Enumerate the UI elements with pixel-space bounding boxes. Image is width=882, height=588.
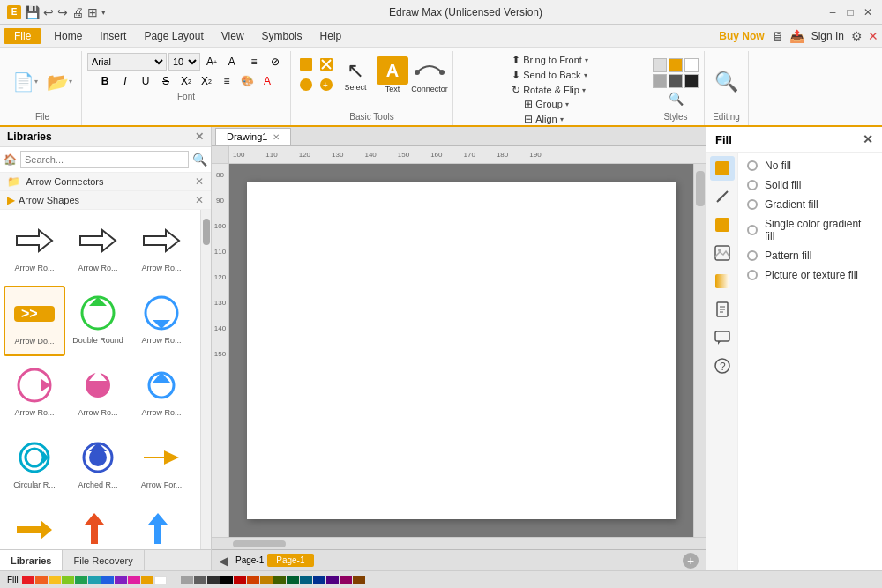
v-scroll-thumb[interactable] — [696, 171, 705, 206]
arrow-connectors-section[interactable]: 📁 Arrow Connectors ✕ — [0, 173, 211, 191]
color-swatch-orange[interactable] — [35, 576, 48, 584]
styles-search-icon[interactable]: 🔍 — [669, 92, 684, 106]
color-swatch-darkyellow[interactable] — [260, 576, 273, 584]
nav-left-icon[interactable]: ◀ — [219, 554, 228, 568]
shape-circle-btn[interactable] — [296, 75, 316, 94]
toolbar-icon-2[interactable]: 📤 — [789, 29, 804, 43]
fill-solid-icon-btn[interactable] — [710, 212, 735, 237]
rotate-flip-btn[interactable]: ↻ Rotate & Flip ▾ — [508, 83, 592, 97]
minimize-button[interactable]: – — [826, 5, 840, 19]
color-swatch-blue[interactable] — [101, 576, 114, 584]
file-recovery-tab[interactable]: File Recovery — [63, 550, 144, 570]
fill-option-pattern[interactable]: Pattern fill — [747, 249, 873, 262]
buy-now-link[interactable]: Buy Now — [719, 30, 764, 42]
quick-access-more[interactable]: ⊞ — [87, 5, 98, 19]
ribbon-new-btn[interactable]: 📄 ▾ — [9, 69, 41, 95]
fill-doc-icon-btn[interactable] — [710, 297, 735, 322]
subscript-btn[interactable]: X2 — [176, 72, 196, 90]
list-item[interactable]: Arrow Right — [4, 502, 65, 549]
font-grow-btn[interactable]: A+ — [202, 53, 221, 71]
list-item[interactable]: Double Round — [67, 286, 129, 356]
canvas-scrollbar-horizontal[interactable] — [212, 537, 706, 549]
arrow-shapes-close[interactable]: ✕ — [195, 194, 204, 206]
highlight-btn[interactable]: 🎨 — [237, 72, 257, 90]
list-item[interactable]: Arrow Up — [131, 502, 192, 549]
style-swatch-2[interactable] — [669, 58, 683, 72]
fill-close-btn[interactable]: ✕ — [863, 132, 873, 146]
shape-x-btn[interactable] — [317, 55, 336, 74]
connector-tool[interactable]: Connector — [412, 55, 447, 95]
list-item[interactable]: Arrow Ro... — [131, 213, 192, 284]
style-swatch-3[interactable] — [684, 58, 699, 72]
menu-file[interactable]: File — [4, 28, 41, 44]
color-swatch-silver[interactable] — [168, 576, 180, 584]
color-swatch-darkolive[interactable] — [273, 576, 286, 584]
underline-btn[interactable]: U — [136, 72, 155, 90]
list-item[interactable]: Arrow Ro... — [4, 213, 65, 284]
send-to-back-btn[interactable]: ⬇ Send to Back ▾ — [508, 68, 592, 82]
italic-btn[interactable]: I — [116, 72, 135, 90]
group-btn[interactable]: ⊞ Group ▾ — [520, 97, 586, 111]
arrow-connectors-close[interactable]: ✕ — [195, 175, 204, 188]
font-color-btn[interactable]: A — [258, 72, 277, 90]
font-format-btn[interactable]: ⊘ — [265, 53, 285, 71]
shape-rect-btn[interactable] — [296, 55, 316, 74]
color-swatch-pink[interactable] — [128, 576, 140, 584]
list-item[interactable]: >> Arrow Do... — [4, 286, 65, 356]
home-icon[interactable]: 🏠 — [4, 153, 17, 166]
arrow-shapes-section[interactable]: ▶ Arrow Shapes ✕ — [0, 191, 211, 210]
close-button[interactable]: ✕ — [861, 5, 875, 19]
menu-insert[interactable]: Insert — [91, 28, 135, 44]
fill-chat-icon-btn[interactable] — [710, 325, 735, 350]
canvas-paper[interactable] — [247, 182, 676, 519]
fill-image-icon-btn[interactable] — [710, 241, 735, 265]
list-item[interactable]: Arrow Ro... — [67, 213, 129, 284]
font-size-select[interactable]: 10 — [168, 53, 200, 71]
settings-gear-icon[interactable]: ⚙ — [851, 29, 863, 43]
menu-symbols[interactable]: Symbols — [253, 28, 311, 44]
menu-page-layout[interactable]: Page Layout — [135, 28, 212, 44]
h-scroll-thumb[interactable] — [233, 540, 286, 547]
close-icon[interactable]: ✕ — [868, 29, 878, 43]
color-swatch-darkamber[interactable] — [353, 576, 365, 584]
list-item[interactable]: Arrow Up — [67, 502, 129, 549]
fill-gradient-icon-btn[interactable] — [710, 269, 735, 294]
libraries-tab[interactable]: Libraries — [0, 550, 63, 570]
text-tool[interactable]: A Text — [375, 55, 410, 95]
color-swatch-darkgreen[interactable] — [287, 576, 299, 584]
quick-access-print[interactable]: 🖨 — [71, 5, 84, 19]
color-swatch-green[interactable] — [75, 576, 87, 584]
align-btn[interactable]: ⊟ Align ▾ — [520, 112, 586, 126]
style-swatch-1[interactable] — [653, 58, 667, 72]
fill-option-solid[interactable]: Solid fill — [747, 179, 873, 191]
fill-option-single-gradient[interactable]: Single color gradient fill — [747, 218, 873, 242]
list-btn[interactable]: ≡ — [217, 72, 236, 90]
style-swatch-6[interactable] — [684, 74, 699, 88]
list-item[interactable]: Arrow Ro... — [131, 286, 192, 356]
list-item[interactable]: Arrow Ro... — [67, 358, 129, 428]
canvas-scrollbar-vertical[interactable] — [693, 164, 706, 537]
bold-btn[interactable]: B — [95, 72, 115, 90]
fill-color-icon-btn[interactable] — [710, 156, 735, 181]
strikethrough-btn[interactable]: S — [156, 72, 176, 90]
fill-pen-icon-btn[interactable] — [710, 184, 735, 209]
search-icon[interactable]: 🔍 — [192, 153, 207, 167]
color-swatch-darkpurple[interactable] — [326, 576, 339, 584]
maximize-button[interactable]: □ — [843, 5, 857, 19]
shape-connector-btn[interactable]: + — [317, 75, 336, 94]
sign-in-link[interactable]: Sign In — [811, 30, 844, 42]
color-swatch-teal[interactable] — [88, 576, 101, 584]
color-swatch-gray[interactable] — [181, 576, 193, 584]
editing-search-icon[interactable]: 🔍 — [714, 71, 738, 93]
menu-home[interactable]: Home — [45, 28, 91, 44]
ribbon-open-btn[interactable]: 📂 ▾ — [43, 69, 76, 95]
toolbar-icon-1[interactable]: 🖥 — [772, 29, 784, 43]
color-swatch-darkgray[interactable] — [194, 576, 206, 584]
select-tool[interactable]: ↖ Select — [338, 55, 373, 95]
color-swatch-darkred[interactable] — [234, 576, 246, 584]
font-shrink-btn[interactable]: A- — [223, 53, 243, 71]
color-swatch-lime[interactable] — [62, 576, 74, 584]
superscript-btn[interactable]: X2 — [197, 72, 216, 90]
quick-access-undo[interactable]: ↩ — [43, 5, 54, 19]
add-page-btn[interactable]: + — [683, 553, 699, 569]
